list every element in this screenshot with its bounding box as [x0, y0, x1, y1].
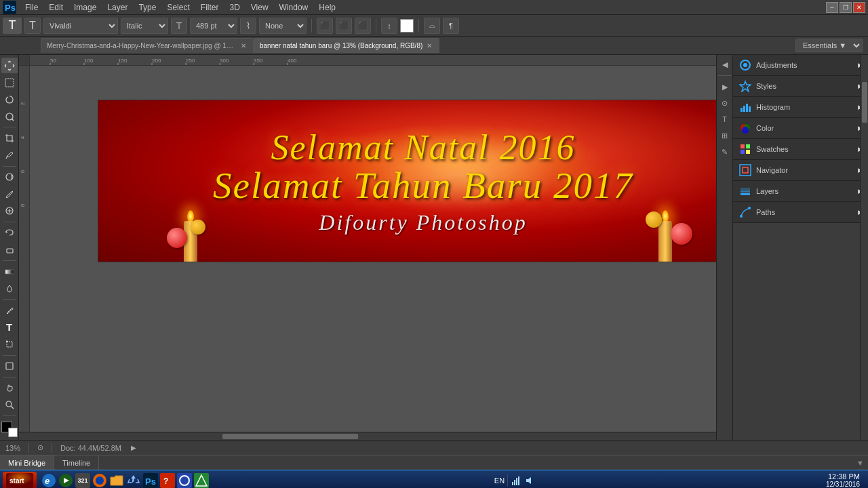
tool-text[interactable]: T — [1, 319, 18, 335]
banner-line3: Difourty Photoshop — [319, 210, 527, 235]
font-family-select[interactable]: Vivaldi — [43, 18, 118, 34]
timeline-tab[interactable]: Timeline — [54, 455, 99, 470]
panel-navigator[interactable]: Navigator ▶ — [733, 160, 868, 181]
tool-shape[interactable] — [1, 359, 18, 374]
text-color-swatch[interactable] — [400, 19, 414, 33]
status-arrow[interactable]: ▶ — [131, 444, 136, 451]
tool-zoom[interactable] — [1, 397, 18, 413]
tool-eyedropper[interactable] — [1, 148, 18, 163]
panel-icon-2[interactable]: ⊙ — [718, 96, 732, 110]
tool-crop[interactable] — [1, 130, 18, 146]
svg-line-15 — [11, 406, 14, 409]
scrollbar-horizontal[interactable] — [19, 432, 716, 440]
banner-line1: Selamat Natal 2016 — [271, 127, 575, 167]
taskbar-recycle[interactable] — [126, 473, 141, 488]
taskbar-photoshop[interactable]: Ps — [143, 473, 158, 488]
tool-pen[interactable] — [1, 302, 18, 318]
panel-color[interactable]: Color ▶ — [733, 118, 868, 139]
taskbar-app9[interactable] — [194, 473, 209, 488]
align-center-btn[interactable]: ⬛ — [336, 18, 352, 34]
menu-file[interactable]: File — [20, 1, 43, 14]
tool-healing[interactable] — [1, 169, 18, 185]
font-style-select[interactable]: Italic — [121, 18, 168, 34]
tool-gradient[interactable] — [1, 264, 18, 279]
align-left-btn[interactable]: ⬛ — [317, 18, 333, 34]
mini-bar-collapse[interactable]: ▼ — [852, 459, 868, 467]
panel-paths[interactable]: Paths ▶ — [733, 202, 868, 223]
menu-layer[interactable]: Layer — [102, 1, 132, 14]
tool-eraser[interactable] — [1, 242, 18, 258]
panel-swatches[interactable]: Swatches ▶ — [733, 139, 868, 160]
panel-icon-5[interactable]: ✎ — [718, 145, 732, 159]
panel-icon-3[interactable]: T — [718, 113, 732, 126]
taskbar-ie[interactable]: e — [41, 473, 56, 488]
tool-history[interactable] — [1, 225, 18, 241]
taskbar-app7[interactable]: ? — [160, 473, 175, 488]
align-right-btn[interactable]: ⬛ — [355, 18, 371, 34]
panel-icon-4[interactable]: ⊞ — [718, 129, 732, 142]
panel-adjustments[interactable]: Adjustments ▶ — [733, 55, 868, 76]
restore-button[interactable]: ❐ — [840, 2, 852, 13]
menu-filter[interactable]: Filter — [196, 1, 224, 14]
right-bar-sep — [718, 75, 732, 76]
minimize-button[interactable]: – — [826, 2, 838, 13]
svg-text:100: 100 — [84, 58, 94, 64]
menu-window[interactable]: Window — [275, 1, 313, 14]
warp-text-btn[interactable]: ⌓ — [424, 18, 440, 34]
background-color[interactable] — [8, 428, 18, 437]
text-orientation-btn[interactable]: T — [24, 18, 41, 34]
svg-point-59 — [740, 215, 743, 218]
tab-banner[interactable]: banner natal tahun baru @ 13% (Backgroun… — [254, 38, 439, 53]
tool-path-select[interactable] — [1, 336, 18, 352]
close-button[interactable]: ✕ — [853, 2, 865, 13]
taskbar-folder[interactable] — [109, 473, 124, 488]
right-icon-bar: ◀ ▶ ⊙ T ⊞ ✎ — [716, 55, 732, 440]
tool-hand[interactable] — [1, 380, 18, 396]
menu-view[interactable]: View — [246, 1, 273, 14]
warp-text-icon[interactable]: ⌇ — [240, 18, 256, 34]
language-indicator: EN — [494, 476, 505, 485]
tool-quick-select[interactable] — [1, 108, 18, 124]
scroll-thumb-h[interactable] — [222, 434, 358, 439]
taskbar-321[interactable]: 321 — [75, 473, 90, 488]
taskbar-firefox[interactable] — [92, 473, 107, 488]
tool-clone[interactable] — [1, 203, 18, 219]
tab-christmas[interactable]: Merry-Christmas-and-a-Happy-New-Year-wal… — [41, 38, 254, 53]
panel-scroll-thumb[interactable] — [862, 82, 867, 123]
taskbar-media[interactable] — [58, 473, 73, 488]
tool-burn[interactable] — [1, 281, 18, 296]
panel-icon-1[interactable]: ▶ — [718, 80, 732, 94]
menu-type[interactable]: Type — [134, 1, 161, 14]
collapse-panel-btn[interactable]: ◀ — [718, 58, 732, 71]
indent-btn[interactable]: ↕ — [381, 18, 397, 34]
essentials-select[interactable]: Essentials ▼ — [795, 39, 863, 52]
character-panel-btn[interactable]: ¶ — [443, 18, 459, 34]
tab-banner-close[interactable]: ✕ — [427, 42, 432, 49]
tab-christmas-close[interactable]: ✕ — [241, 42, 246, 49]
banner-background: Selamat Natal 2016 Selamat Tahun Baru 20… — [98, 100, 716, 262]
panel-scrollbar[interactable] — [860, 55, 868, 440]
taskbar-app8[interactable] — [177, 473, 192, 488]
status-div2 — [52, 443, 52, 453]
menu-edit[interactable]: Edit — [44, 1, 68, 14]
color-swatches[interactable] — [1, 422, 18, 437]
menu-3d[interactable]: 3D — [224, 1, 244, 14]
ruler-h-svg: 50 100 150 200 250 300 350 400 — [30, 55, 716, 66]
start-button[interactable]: start — [3, 472, 37, 489]
menu-select[interactable]: Select — [162, 1, 194, 14]
panel-histogram[interactable]: Histogram ▶ — [733, 97, 868, 118]
panel-layers[interactable]: Layers ▶ — [733, 181, 868, 202]
tool-marquee[interactable] — [1, 75, 18, 90]
font-size-select[interactable]: 489 pt — [190, 18, 237, 34]
tool-lasso[interactable] — [1, 92, 18, 107]
svg-rect-16 — [30, 55, 716, 66]
menu-help[interactable]: Help — [314, 1, 340, 14]
aa-mode-select[interactable]: None — [259, 18, 307, 34]
tool-move[interactable] — [1, 58, 18, 73]
text-tool-indicator[interactable]: T — [3, 18, 22, 34]
mini-bridge-tab[interactable]: Mini Bridge — [0, 455, 54, 470]
document-tabs: Merry-Christmas-and-a-Happy-New-Year-wal… — [0, 37, 790, 53]
panel-styles[interactable]: Styles ▶ — [733, 76, 868, 97]
tool-brush[interactable] — [1, 186, 18, 202]
menu-image[interactable]: Image — [69, 1, 101, 14]
